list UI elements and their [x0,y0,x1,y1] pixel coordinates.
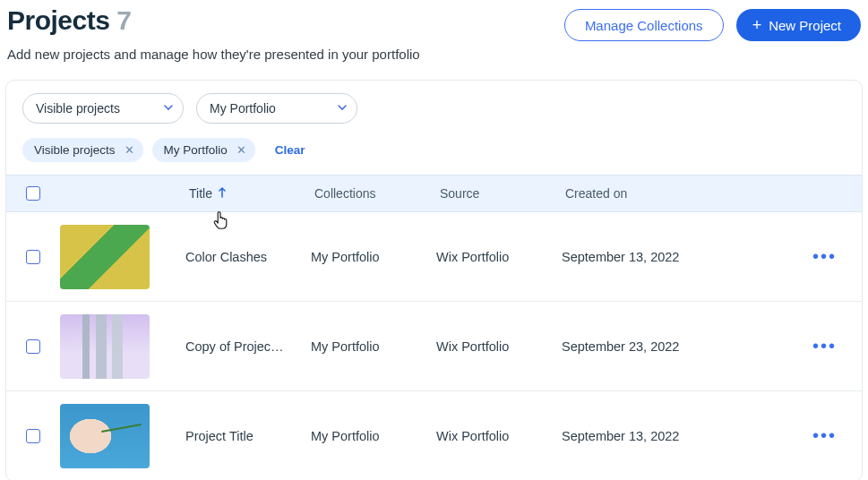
table-row[interactable]: Project Title My Portfolio Wix Portfolio… [6,391,862,480]
row-checkbox[interactable] [26,339,40,354]
row-actions-button[interactable]: ••• [812,425,862,446]
cell-collections: My Portfolio [311,429,436,443]
column-source[interactable]: Source [436,186,562,201]
clear-filters-link[interactable]: Clear [275,143,305,157]
page-subtitle: Add new projects and manage how they're … [7,47,420,62]
page-title-text: Projects [7,5,109,35]
plus-icon: + [752,17,762,33]
remove-chip-icon[interactable]: ✕ [236,143,246,157]
sort-ascending-icon [218,186,227,201]
row-actions-button[interactable]: ••• [812,246,862,267]
manage-collections-label: Manage Collections [585,18,703,33]
cell-created: September 23, 2022 [562,339,759,354]
column-collections[interactable]: Collections [311,186,436,201]
cell-collections: My Portfolio [311,339,436,354]
select-all-checkbox[interactable] [26,186,40,201]
visibility-filter-label: Visible projects [36,101,120,116]
chip-label: Visible projects [34,143,116,157]
chip-label: My Portfolio [164,143,228,157]
project-thumbnail [60,225,150,289]
cell-source: Wix Portfolio [436,429,562,443]
remove-chip-icon[interactable]: ✕ [125,143,134,157]
cell-source: Wix Portfolio [436,339,562,354]
collection-filter-label: My Portfolio [210,101,276,116]
page-title: Projects 7 [7,5,420,36]
project-thumbnail [60,404,150,468]
table-header: Title Collections Source Created on [6,175,862,212]
row-checkbox[interactable] [26,250,40,264]
column-created[interactable]: Created on [562,186,759,201]
column-title[interactable]: Title [185,186,311,201]
cell-created: September 13, 2022 [562,250,759,264]
row-checkbox[interactable] [26,429,40,443]
collection-filter-select[interactable]: My Portfolio [196,93,357,124]
new-project-button[interactable]: + New Project [736,9,861,41]
table-row[interactable]: Color Clashes My Portfolio Wix Portfolio… [6,212,862,302]
row-actions-button[interactable]: ••• [812,336,862,356]
projects-panel: Visible projects My Portfolio Visible pr… [5,80,863,480]
cell-title: Project Title [185,429,293,443]
cell-collections: My Portfolio [311,250,436,264]
project-count: 7 [116,5,131,35]
cell-title: Copy of Projec… [185,339,293,354]
project-thumbnail [60,314,150,379]
manage-collections-button[interactable]: Manage Collections [564,9,724,41]
filter-chip-visibility[interactable]: Visible projects ✕ [22,138,143,162]
visibility-filter-select[interactable]: Visible projects [22,93,184,124]
cell-source: Wix Portfolio [436,250,562,264]
table-row[interactable]: Copy of Projec… My Portfolio Wix Portfol… [6,302,862,391]
chevron-down-icon [163,101,174,116]
cell-created: September 13, 2022 [562,429,759,443]
column-title-label: Title [189,186,212,201]
new-project-label: New Project [769,18,841,33]
cell-title: Color Clashes [185,250,293,264]
chevron-down-icon [337,101,348,116]
filter-chip-collection[interactable]: My Portfolio ✕ [152,138,255,162]
